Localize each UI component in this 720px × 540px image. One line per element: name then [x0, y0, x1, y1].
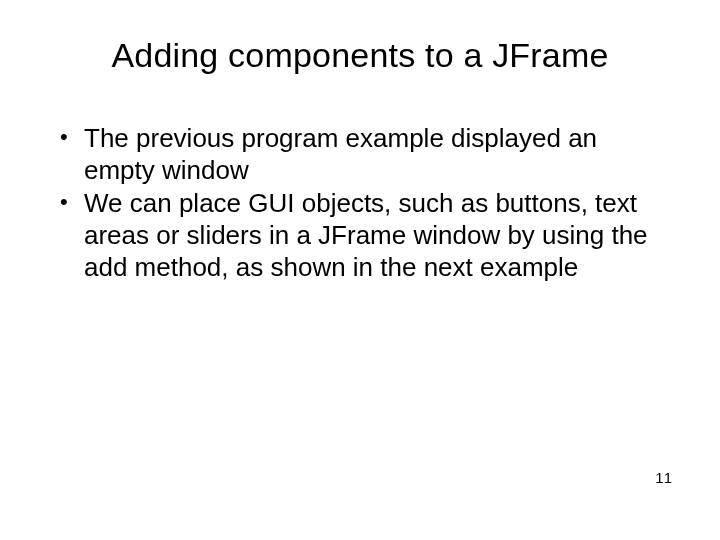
slide-title: Adding components to a JFrame [50, 36, 670, 75]
bullet-item: We can place GUI objects, such as button… [58, 188, 670, 283]
bullet-item: The previous program example displayed a… [58, 123, 670, 186]
page-number: 11 [655, 469, 672, 486]
slide: Adding components to a JFrame The previo… [0, 0, 720, 540]
bullet-list: The previous program example displayed a… [50, 123, 670, 284]
